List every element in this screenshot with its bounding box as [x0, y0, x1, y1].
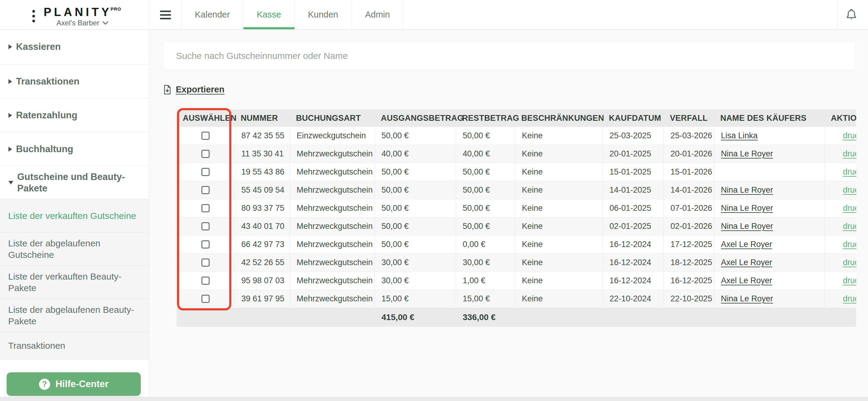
buyer-link[interactable]: Nina Le Royer	[721, 185, 773, 195]
buyer-link[interactable]: Nina Le Royer	[721, 149, 773, 158]
checkbox-cell	[177, 181, 235, 199]
row-checkbox[interactable]	[202, 295, 210, 303]
sidebar-item-kassieren[interactable]: Kassieren	[0, 29, 149, 65]
row-checkbox[interactable]	[202, 258, 210, 267]
row-checkbox[interactable]	[202, 222, 210, 230]
buyer-link[interactable]: Nina Le Royer	[721, 222, 773, 231]
triangle-right-icon	[8, 79, 12, 84]
row-checkbox[interactable]	[202, 277, 210, 285]
print-link[interactable]: drucken	[843, 204, 856, 213]
notification-bell-icon[interactable]	[845, 8, 858, 22]
cell-restbetrag: 50,00 €	[456, 199, 515, 217]
buyer-link[interactable]: Axel Le Royer	[721, 240, 772, 249]
cell-restbetrag: 50,00 €	[456, 127, 515, 145]
print-link[interactable]: drucken	[843, 185, 856, 195]
cell-kaufdatum: 06-01-2025	[603, 199, 664, 217]
buyer-link[interactable]: Nina Le Royer	[721, 204, 773, 213]
account-switcher[interactable]: Axel's Barber	[39, 19, 126, 27]
cell-kaeufer: Nina Le Royer	[714, 217, 825, 235]
sidebar-sub-item[interactable]: Liste der abgelaufenen Beauty-Pakete	[0, 299, 149, 332]
cell-restbetrag: 1,00 €	[456, 272, 515, 289]
cell-aktionen: drucken	[825, 181, 856, 199]
table-body: 87 42 35 55Einzweckgutschein50,00 €50,00…	[177, 127, 856, 308]
row-checkbox[interactable]	[202, 186, 210, 194]
row-checkbox[interactable]	[202, 150, 210, 158]
sidebar-sub-item[interactable]: Liste der verkauften Beauty-Pakete	[0, 266, 149, 299]
cell-ausgangsbetrag: 30,00 €	[375, 254, 456, 272]
sidebar-item-buchhaltung[interactable]: Buchhaltung	[0, 132, 149, 166]
sidebar-item-label: Buchhaltung	[16, 144, 73, 155]
sidebar-sub-item-label: Transaktionen	[8, 340, 65, 351]
cell-restbetrag: 0,00 €	[456, 236, 515, 253]
sidebar-sub-item[interactable]: Liste der abgelaufenen Gutscheine	[0, 233, 149, 266]
sidebar-sub-item[interactable]: Liste der verkauften Gutscheine	[0, 199, 149, 233]
export-link[interactable]: Exportieren	[163, 85, 224, 94]
cell-ausgangsbetrag: 50,00 €	[375, 163, 456, 181]
cell-ausgangsbetrag: 30,00 €	[375, 272, 456, 289]
tab-kasse[interactable]: Kasse	[243, 0, 294, 29]
print-link[interactable]: drucken	[843, 222, 856, 231]
tab-kalender[interactable]: Kalender	[181, 0, 243, 29]
cell-nummer: 39 61 97 95	[235, 290, 290, 308]
print-link[interactable]: drucken	[843, 167, 856, 177]
tab-admin[interactable]: Admin	[351, 0, 403, 29]
sidebar-sub-item-label: Liste der verkauften Gutscheine	[8, 210, 136, 222]
row-checkbox[interactable]	[202, 132, 210, 140]
cell-kaeufer: Axel Le Royer	[714, 272, 825, 289]
cell-ausgangsbetrag: 50,00 €	[375, 181, 456, 199]
row-checkbox[interactable]	[202, 168, 210, 176]
print-link[interactable]: drucken	[843, 149, 856, 158]
tab-kunden[interactable]: Kunden	[294, 0, 351, 29]
print-link[interactable]: drucken	[843, 131, 856, 141]
print-link[interactable]: drucken	[843, 294, 856, 304]
cell-buchungsart: Mehrzweckgutschein	[290, 145, 375, 163]
cell-kaufdatum: 15-01-2025	[603, 163, 664, 181]
search-box	[163, 41, 855, 70]
cell-beschraenkungen: Keine	[515, 254, 603, 272]
search-input[interactable]	[163, 42, 855, 70]
table-row: 66 42 97 73Mehrzweckgutschein50,00 €0,00…	[177, 236, 856, 254]
cell-buchungsart: Mehrzweckgutschein	[290, 290, 375, 308]
cell-restbetrag: 50,00 €	[456, 217, 515, 235]
voucher-table: AUSWÄHLENNUMMERBUCHUNGSARTAUSGANGSBETRAG…	[177, 109, 856, 327]
tab-label: Kasse	[257, 10, 281, 20]
cell-verfall: 18-12-2025	[664, 254, 714, 272]
buyer-link[interactable]: Lisa Linka	[721, 131, 758, 141]
cell-verfall: 14-01-2026	[664, 181, 714, 199]
checkbox-cell	[177, 163, 235, 181]
total-restbetrag: 336,00 €	[456, 308, 515, 327]
buyer-link[interactable]: Axel Le Royer	[721, 258, 772, 267]
row-checkbox[interactable]	[202, 204, 210, 212]
print-link[interactable]: drucken	[843, 258, 856, 267]
sidebar-sub-item[interactable]: Transaktionen	[0, 332, 149, 359]
buyer-link[interactable]: Axel Le Royer	[721, 276, 772, 285]
cell-beschraenkungen: Keine	[515, 290, 603, 308]
planity-logo: PLANITYPRO	[39, 2, 126, 19]
cell-buchungsart: Mehrzweckgutschein	[290, 236, 375, 253]
hamburger-menu-icon[interactable]	[159, 10, 172, 20]
cell-aktionen: drucken	[825, 127, 856, 145]
cell-verfall: 16-12-2025	[664, 272, 714, 289]
cell-nummer: 43 40 01 70	[235, 217, 290, 235]
print-link[interactable]: drucken	[843, 276, 856, 285]
help-center-label: Hilfe-Center	[56, 379, 109, 390]
column-header: AUSWÄHLEN	[177, 109, 235, 127]
checkbox-cell	[177, 254, 235, 272]
cell-kaeufer: Lisa Linka	[714, 127, 825, 145]
cell-buchungsart: Mehrzweckgutschein	[290, 163, 375, 181]
buyer-link[interactable]: Nina Le Royer	[721, 294, 773, 304]
print-link[interactable]: drucken	[843, 240, 856, 249]
cell-kaeufer	[714, 163, 825, 181]
sidebar-item-transaktionen[interactable]: Transaktionen	[0, 65, 149, 98]
row-checkbox[interactable]	[202, 240, 210, 248]
table-row: 55 45 09 54Mehrzweckgutschein50,00 €50,0…	[177, 181, 856, 199]
column-header: NUMMER	[235, 109, 290, 127]
sidebar-section-gutscheine[interactable]: Gutscheine und Beauty-Pakete	[0, 166, 149, 199]
kebab-menu-icon[interactable]	[31, 9, 36, 24]
cell-kaufdatum: 02-01-2025	[603, 217, 664, 235]
column-header: AKTIONEN	[825, 109, 856, 127]
help-center-button[interactable]: ? Hilfe-Center	[7, 372, 141, 396]
sidebar-sub-item-label: Liste der abgelaufenen Beauty-Pakete	[8, 304, 140, 327]
cell-kaeufer: Axel Le Royer	[714, 236, 825, 253]
sidebar-item-ratenzahlung[interactable]: Ratenzahlung	[0, 98, 149, 132]
